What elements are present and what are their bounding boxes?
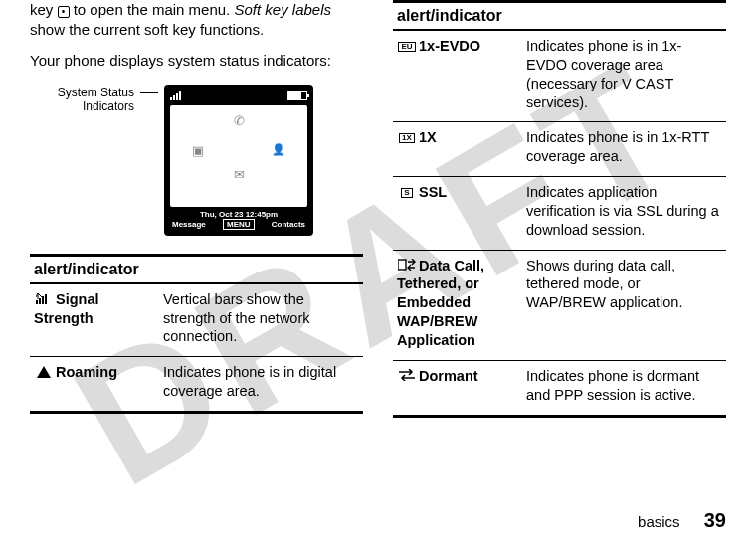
softkey-row: Message MENU Contacts [170,219,307,230]
intro-paragraph-2: Your phone displays system status indica… [30,51,363,71]
table-row: Data Call, Tethered, or Embedded WAP/BRE… [393,250,726,360]
battery-icon [287,91,307,100]
phone-screen-figure: System Status Indicators ✆ ▣ 👤 ✉ Thu, Oc… [30,85,363,236]
row-name: SSL [419,184,447,200]
intro-text-2: to open the main menu. [70,1,235,18]
svg-rect-5 [398,260,406,270]
camera-icon: ▣ [192,143,204,158]
row-name: Roaming [56,364,117,380]
row-desc: Indicates phone is dormant and PPP sessi… [522,360,726,416]
person-icon: 👤 [272,143,285,156]
signal-bars-icon [170,91,181,100]
softkey-left: Message [170,219,208,230]
globe-icon: ✆ [234,113,245,128]
svg-rect-3 [45,294,47,304]
roaming-icon [34,363,54,380]
intro-paragraph-1: key • to open the main menu. Soft key la… [30,0,363,41]
softkey-right: Contacts [270,219,307,230]
left-column: key • to open the main menu. Soft key la… [30,0,363,418]
envelope-icon: ✉ [234,167,245,182]
status-bar [170,91,307,102]
dormant-icon [397,367,417,384]
intro-italic: Soft key labels [234,1,331,18]
left-table-header: alert/indicator [30,255,363,283]
softkey-middle: MENU [223,219,255,230]
data-call-icon [397,257,417,273]
svg-rect-2 [42,296,44,304]
table-row: SSSL Indicates application verification … [393,177,726,251]
row-desc: Indicates phone is in 1x-EVDO coverage a… [522,30,726,122]
row-name: 1x-EVDO [419,38,480,54]
left-alert-table: alert/indicator Signal Strength Vertical… [30,254,363,414]
right-table-header: alert/indicator [393,2,726,31]
page-footer: basics 39 [638,509,726,532]
svg-rect-0 [36,300,38,304]
svg-marker-4 [37,366,51,378]
ssl-icon: S [397,183,417,200]
table-row: 1X1X Indicates phone is in 1x-RTT covera… [393,122,726,177]
row-name: 1X [419,129,437,145]
svg-rect-1 [39,298,41,304]
row-name: Dormant [419,368,478,384]
right-alert-table: alert/indicator EU1x-EVDO Indicates phon… [393,0,726,418]
evdo-icon: EU [397,37,417,54]
center-key-glyph: • [58,6,70,18]
footer-page-number: 39 [704,509,726,531]
callout-line [140,92,158,93]
screen-body: ✆ ▣ 👤 ✉ [170,105,307,207]
intro-text-1: key [30,1,58,18]
table-row: Signal Strength Vertical bars show the s… [30,283,363,357]
table-row: Dormant Indicates phone is dormant and P… [393,360,726,416]
table-row: Roaming Indicates phone is in digital co… [30,357,363,413]
phone-datetime: Thu, Oct 23 12:45pm [170,210,307,219]
row-desc: Indicates phone is in 1x-RTT coverage ar… [522,122,726,177]
footer-section: basics [638,513,680,530]
row-desc: Vertical bars show the strength of the n… [159,283,363,357]
signal-strength-icon [34,290,54,307]
table-row: EU1x-EVDO Indicates phone is in 1x-EVDO … [393,30,726,122]
right-column: alert/indicator EU1x-EVDO Indicates phon… [393,0,726,418]
phone-screen: ✆ ▣ 👤 ✉ Thu, Oct 23 12:45pm Message MENU… [164,85,313,236]
row-desc: Shows during data call, tethered mode, o… [522,250,726,360]
row-desc: Indicates application verification is vi… [522,177,726,251]
system-status-label: System Status Indicators [30,85,134,114]
intro-text-3: show the current soft key functions. [30,21,264,38]
onex-icon: 1X [397,128,417,145]
row-desc: Indicates phone is in digital coverage a… [159,357,363,413]
